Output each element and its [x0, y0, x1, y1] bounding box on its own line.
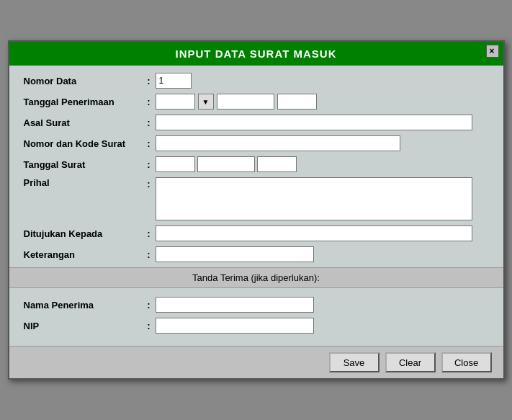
title-bar: INPUT DATA SURAT MASUK × [9, 42, 503, 66]
keterangan-field [156, 246, 489, 262]
nomor-kode-surat-input[interactable] [156, 135, 400, 151]
tanggal-surat-label: Tanggal Surat [24, 159, 143, 170]
nomor-kode-surat-label: Nomor dan Kode Surat [24, 138, 143, 149]
nip-colon: : [143, 321, 156, 331]
prihal-row: Prihal : [24, 177, 489, 220]
nip-input[interactable] [156, 318, 314, 334]
tanggal-surat-row: Tanggal Surat : [24, 156, 489, 172]
prihal-field [156, 177, 489, 220]
prihal-textarea[interactable] [156, 177, 472, 220]
nomor-data-colon: : [143, 76, 156, 86]
ditujukan-kepada-label: Ditujukan Kepada [24, 228, 143, 239]
asal-surat-field [156, 115, 489, 130]
keterangan-row: Keterangan : [24, 246, 489, 262]
tanggal-penerimaan-field: ▼ [156, 94, 489, 110]
tanggal-penerimaan-label: Tanggal Penerimaan [24, 97, 143, 107]
nomor-kode-surat-row: Nomor dan Kode Surat : [24, 135, 489, 151]
prihal-colon: : [143, 177, 156, 189]
nip-label: NIP [24, 321, 143, 331]
asal-surat-label: Asal Surat [24, 117, 143, 128]
nama-penerima-label: Nama Penerima [24, 300, 143, 310]
tanggal-surat-input3[interactable] [257, 156, 297, 172]
tanggal-surat-field [156, 156, 489, 172]
main-window: INPUT DATA SURAT MASUK × Nomor Data : Ta… [8, 40, 505, 380]
nama-penerima-input[interactable] [156, 297, 314, 313]
prihal-label: Prihal [24, 177, 143, 188]
keterangan-input[interactable] [156, 246, 314, 262]
tanggal-penerimaan-input1[interactable] [156, 94, 195, 110]
nama-penerima-row: Nama Penerima : [24, 297, 489, 313]
tanggal-surat-colon: : [143, 159, 156, 170]
close-button[interactable]: Close [441, 352, 492, 372]
tanggal-penerimaan-row: Tanggal Penerimaan : ▼ [24, 94, 489, 110]
button-bar: Save Clear Close [9, 346, 503, 378]
nip-row: NIP : [24, 318, 489, 334]
ditujukan-kepada-field [156, 225, 489, 241]
nomor-data-input[interactable] [156, 73, 192, 89]
ditujukan-kepada-row: Ditujukan Kepada : [24, 225, 489, 241]
nomor-kode-surat-field [156, 135, 489, 151]
tanggal-penerimaan-colon: : [143, 97, 156, 107]
tanggal-penerimaan-input3[interactable] [277, 94, 317, 110]
nomor-data-label: Nomor Data [24, 76, 143, 86]
asal-surat-colon: : [143, 117, 156, 128]
save-button[interactable]: Save [329, 352, 379, 372]
form-body: Nomor Data : Tanggal Penerimaan : ▼ Asal… [9, 66, 503, 346]
window-title: INPUT DATA SURAT MASUK [176, 48, 337, 60]
tanggal-penerimaan-dropdown[interactable]: ▼ [198, 94, 214, 110]
tanda-terima-label: Tanda Terima (jika diperlukan): [192, 272, 320, 283]
ditujukan-kepada-colon: : [143, 228, 156, 239]
nip-field [156, 318, 489, 334]
nomor-kode-surat-colon: : [143, 138, 156, 149]
tanda-terima-section: Nama Penerima : NIP : [24, 292, 489, 341]
nama-penerima-colon: : [143, 300, 156, 310]
nama-penerima-field [156, 297, 489, 313]
tanggal-surat-input2[interactable] [197, 156, 255, 172]
keterangan-colon: : [143, 249, 156, 260]
tanggal-penerimaan-input2[interactable] [217, 94, 274, 110]
nomor-data-field [156, 73, 489, 89]
nomor-data-row: Nomor Data : [24, 73, 489, 89]
clear-button[interactable]: Clear [385, 352, 436, 372]
window-close-button[interactable]: × [486, 45, 499, 58]
tanggal-surat-input1[interactable] [156, 156, 195, 172]
ditujukan-kepada-input[interactable] [156, 225, 472, 241]
keterangan-label: Keterangan [24, 249, 143, 260]
tanda-terima-divider: Tanda Terima (jika diperlukan): [9, 267, 503, 288]
asal-surat-input[interactable] [156, 115, 472, 130]
asal-surat-row: Asal Surat : [24, 115, 489, 130]
